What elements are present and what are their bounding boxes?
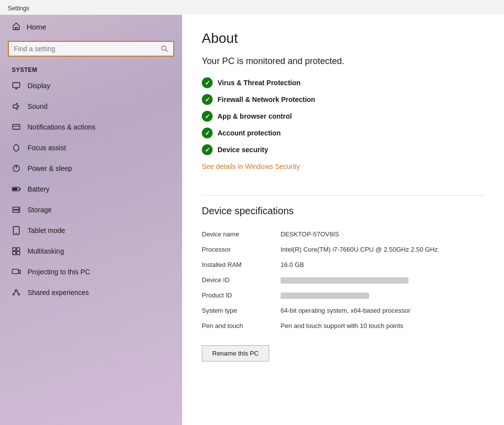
- svg-point-18: [16, 233, 17, 234]
- protection-label-browser: App & browser control: [218, 112, 292, 120]
- spec-value-product-id: [281, 292, 484, 299]
- svg-rect-23: [12, 269, 19, 274]
- sidebar-item-multitasking[interactable]: Multitasking: [0, 241, 182, 262]
- sidebar-item-tablet[interactable]: Tablet mode: [0, 220, 182, 241]
- shared-label: Shared experiences: [28, 289, 89, 296]
- svg-point-24: [15, 290, 18, 292]
- projecting-label: Projecting to this PC: [28, 268, 90, 276]
- spec-value-ram: 16.0 GB: [281, 261, 484, 268]
- sidebar: Home System Display: [0, 15, 182, 425]
- focus-label: Focus assist: [28, 144, 66, 152]
- svg-rect-2: [13, 83, 20, 88]
- power-icon: [12, 164, 21, 173]
- sidebar-item-projecting[interactable]: Projecting to this PC: [0, 262, 182, 282]
- spec-label-ram: Installed RAM: [202, 261, 281, 268]
- protection-label-firewall: Firewall & Network Protection: [218, 96, 315, 103]
- multitasking-icon: [12, 247, 21, 256]
- sidebar-item-display[interactable]: Display: [0, 75, 182, 96]
- page-title: About: [202, 31, 484, 46]
- display-icon: [12, 81, 21, 90]
- shared-icon: [12, 288, 21, 297]
- sidebar-item-power[interactable]: Power & sleep: [0, 158, 182, 179]
- svg-line-28: [17, 292, 18, 294]
- storage-icon: [12, 205, 21, 214]
- check-icon-account: [202, 128, 213, 138]
- svg-point-15: [19, 208, 20, 209]
- multitasking-label: Multitasking: [28, 247, 64, 255]
- rename-pc-button[interactable]: Rename this PC: [202, 345, 269, 361]
- notifications-icon: [12, 123, 21, 131]
- sidebar-item-focus[interactable]: Focus assist: [0, 137, 182, 158]
- search-input[interactable]: [14, 45, 160, 53]
- spec-label-device-name: Device name: [202, 230, 281, 238]
- sidebar-item-sound[interactable]: Sound: [0, 96, 182, 117]
- svg-point-16: [19, 211, 20, 212]
- svg-rect-22: [17, 252, 20, 255]
- sidebar-item-battery[interactable]: Battery: [0, 179, 182, 199]
- spec-label-system-type: System type: [202, 307, 281, 314]
- sidebar-item-storage[interactable]: Storage: [0, 199, 182, 220]
- storage-label: Storage: [28, 206, 52, 214]
- content-area: About Your PC is monitored and protected…: [182, 15, 504, 425]
- app-title: Settings: [8, 5, 29, 12]
- svg-marker-5: [13, 103, 17, 110]
- check-icon-browser: [202, 111, 213, 122]
- spec-value-device-id: [281, 276, 484, 284]
- device-specs-title: Device specifications: [202, 205, 484, 217]
- protection-label-virus: Virus & Threat Protection: [218, 79, 301, 87]
- spec-row-device-id: Device ID: [202, 272, 484, 288]
- spec-label-device-id: Device ID: [202, 276, 281, 284]
- spec-row-processor: Processor Intel(R) Core(TM) i7-7660U CPU…: [202, 242, 484, 257]
- protection-item-virus: Virus & Threat Protection: [202, 74, 484, 91]
- system-section-label: System: [0, 63, 182, 75]
- check-icon-firewall: [202, 94, 213, 105]
- display-label: Display: [28, 82, 50, 90]
- protection-label-device: Device security: [218, 146, 268, 154]
- projecting-icon: [12, 267, 21, 276]
- battery-icon: [12, 185, 21, 194]
- notifications-label: Notifications & actions: [28, 123, 95, 131]
- tablet-icon: [12, 226, 21, 235]
- protection-list: Virus & Threat Protection Firewall & Net…: [202, 74, 484, 158]
- svg-rect-21: [13, 252, 16, 255]
- title-bar: Settings: [0, 0, 504, 15]
- spec-label-pen-touch: Pen and touch: [202, 322, 281, 329]
- svg-rect-12: [13, 188, 17, 191]
- svg-line-1: [165, 50, 167, 52]
- sidebar-item-shared[interactable]: Shared experiences: [0, 282, 182, 303]
- home-label: Home: [27, 23, 46, 31]
- protection-item-firewall: Firewall & Network Protection: [202, 91, 484, 108]
- spec-row-pen-touch: Pen and touch Pen and touch support with…: [202, 318, 484, 333]
- spec-row-device-name: Device name DESKTOP-57OV8IS: [202, 227, 484, 242]
- search-box[interactable]: [8, 41, 174, 57]
- home-icon: [12, 22, 21, 32]
- spec-value-device-name: DESKTOP-57OV8IS: [281, 230, 484, 238]
- check-icon-device: [202, 144, 213, 155]
- spec-value-processor: Intel(R) Core(TM) i7-7660U CPU @ 2.50GHz…: [281, 246, 484, 253]
- tablet-label: Tablet mode: [28, 227, 65, 234]
- sidebar-item-notifications[interactable]: Notifications & actions: [0, 117, 182, 137]
- battery-label: Battery: [28, 185, 49, 193]
- check-icon-virus: [202, 77, 213, 88]
- spec-value-system-type: 64-bit operating system, x64-based proce…: [281, 307, 484, 314]
- protection-item-browser: App & browser control: [202, 108, 484, 125]
- protection-item-account: Account protection: [202, 125, 484, 141]
- svg-point-0: [161, 46, 166, 50]
- search-icon: [160, 45, 168, 53]
- spec-row-product-id: Product ID: [202, 288, 484, 303]
- section-divider: [202, 195, 484, 196]
- spec-label-product-id: Product ID: [202, 292, 281, 299]
- spec-value-pen-touch: Pen and touch support with 10 touch poin…: [281, 322, 484, 329]
- svg-line-27: [14, 292, 15, 294]
- sound-label: Sound: [28, 102, 47, 110]
- spec-label-processor: Processor: [202, 246, 281, 253]
- focus-icon: [12, 143, 21, 152]
- protection-label-account: Account protection: [218, 129, 281, 137]
- power-label: Power & sleep: [28, 164, 72, 172]
- sidebar-item-home[interactable]: Home: [0, 15, 182, 39]
- svg-rect-19: [13, 248, 16, 251]
- svg-rect-11: [20, 188, 21, 190]
- spec-table: Device name DESKTOP-57OV8IS Processor In…: [202, 227, 484, 333]
- windows-security-link[interactable]: See details in Windows Security: [202, 163, 300, 170]
- spec-row-ram: Installed RAM 16.0 GB: [202, 257, 484, 272]
